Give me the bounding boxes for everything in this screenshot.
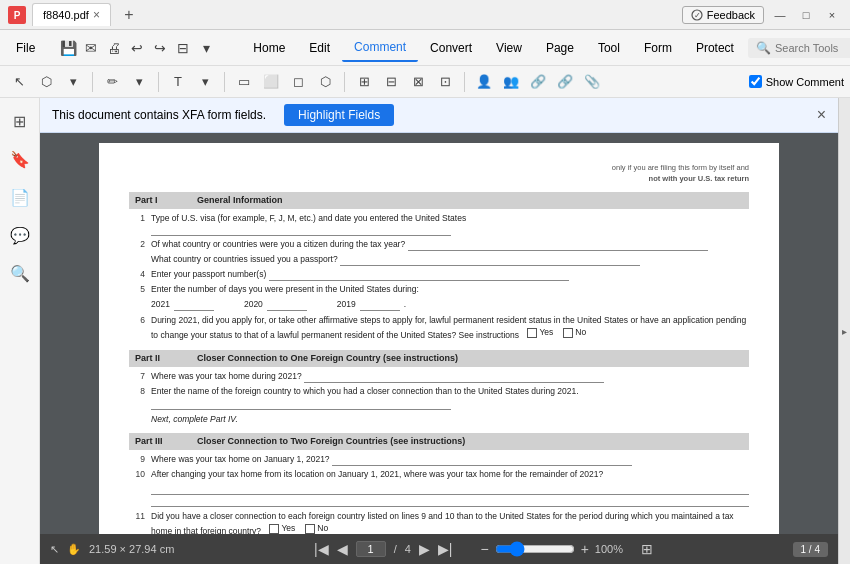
- row-content-5: Enter the number of days you were presen…: [151, 284, 749, 296]
- zoom-in-button[interactable]: +: [581, 541, 589, 557]
- feedback-button[interactable]: ✓ Feedback: [682, 6, 764, 24]
- text-tool[interactable]: T: [165, 69, 191, 95]
- row-content-1: Type of U.S. visa (for example, F, J, M,…: [151, 213, 749, 237]
- nav-convert[interactable]: Convert: [418, 35, 484, 61]
- field-9[interactable]: [332, 454, 632, 466]
- row-6-yes[interactable]: Yes: [527, 327, 553, 339]
- link-tool[interactable]: 🔗: [552, 69, 578, 95]
- save-icon[interactable]: 💾: [57, 37, 79, 59]
- nav-form[interactable]: Form: [632, 35, 684, 61]
- banner-close-icon[interactable]: ×: [817, 106, 826, 124]
- row-num-4: 4: [129, 269, 145, 281]
- undo-icon[interactable]: ↩: [126, 37, 148, 59]
- checkbox-yes-6[interactable]: [527, 328, 537, 338]
- year-field-2021[interactable]: [174, 299, 214, 311]
- nav-home[interactable]: Home: [241, 35, 297, 61]
- sidebar-comment-icon[interactable]: 💬: [5, 220, 35, 250]
- part2-label: Part II: [135, 352, 185, 365]
- highlight-fields-button[interactable]: Highlight Fields: [284, 104, 394, 126]
- search-box[interactable]: 🔍: [748, 38, 850, 58]
- field-10[interactable]: [151, 483, 749, 495]
- pdf-area[interactable]: only if you are filing this form by itse…: [40, 133, 838, 534]
- sidebar-home-icon[interactable]: ⊞: [5, 106, 35, 136]
- stamp-tool[interactable]: ⬡: [33, 69, 59, 95]
- field-7[interactable]: [304, 371, 604, 383]
- current-tab[interactable]: f8840.pdf ×: [32, 3, 111, 26]
- row-8: 8 Enter the name of the foreign country …: [129, 386, 749, 410]
- nav-comment[interactable]: Comment: [342, 34, 418, 62]
- attach-tool[interactable]: 📎: [579, 69, 605, 95]
- file-menu[interactable]: File: [6, 37, 45, 59]
- dropdown-icon[interactable]: ▾: [195, 37, 217, 59]
- new-tab-button[interactable]: +: [117, 4, 141, 26]
- person-tool[interactable]: 👤: [471, 69, 497, 95]
- text-dropdown[interactable]: ▾: [192, 69, 218, 95]
- sidebar-page-icon[interactable]: 📄: [5, 182, 35, 212]
- last-page-button[interactable]: ▶|: [438, 541, 453, 557]
- restore-button[interactable]: □: [796, 5, 816, 25]
- close-button[interactable]: ×: [822, 5, 842, 25]
- show-comment-checkbox[interactable]: [749, 75, 762, 88]
- shape-tool[interactable]: ◻: [285, 69, 311, 95]
- measure3-tool[interactable]: ⊠: [405, 69, 431, 95]
- measure2-tool[interactable]: ⊟: [378, 69, 404, 95]
- checkbox-no-11[interactable]: [305, 524, 315, 534]
- nav-tool[interactable]: Tool: [586, 35, 632, 61]
- minimize-button[interactable]: —: [770, 5, 790, 25]
- row-11-yes[interactable]: Yes: [269, 523, 295, 534]
- redo-icon[interactable]: ↪: [149, 37, 171, 59]
- tool-group-5: ⊞ ⊟ ⊠ ⊡: [351, 69, 458, 95]
- right-panel-handle[interactable]: ▸: [838, 98, 850, 564]
- pencil-tool[interactable]: ✏: [99, 69, 125, 95]
- nav-protect[interactable]: Protect: [684, 35, 746, 61]
- field-1[interactable]: [151, 224, 451, 236]
- row-content-2: Of what country or countries were you a …: [151, 239, 749, 251]
- sidebar-search-icon[interactable]: 🔍: [5, 258, 35, 288]
- person3-tool[interactable]: 🔗: [525, 69, 551, 95]
- field-4[interactable]: [269, 269, 569, 281]
- close-tab-icon[interactable]: ×: [93, 8, 100, 22]
- nav-page[interactable]: Page: [534, 35, 586, 61]
- page-input[interactable]: [356, 541, 386, 557]
- box-tool[interactable]: ▭: [231, 69, 257, 95]
- field-3[interactable]: [340, 254, 640, 266]
- first-page-button[interactable]: |◀: [314, 541, 329, 557]
- year-field-2019[interactable]: [360, 299, 400, 311]
- field-2[interactable]: [408, 239, 708, 251]
- page-badge-area: 1 / 4: [793, 542, 828, 557]
- zoom-out-button[interactable]: −: [480, 541, 488, 557]
- next-page-button[interactable]: ▶: [419, 541, 430, 557]
- stamp-dropdown[interactable]: ▾: [60, 69, 86, 95]
- feedback-label: Feedback: [707, 9, 755, 21]
- field-10b[interactable]: [151, 495, 749, 507]
- print2-icon[interactable]: ⊟: [172, 37, 194, 59]
- measure-tool[interactable]: ⊞: [351, 69, 377, 95]
- row-11-no[interactable]: No: [305, 523, 328, 534]
- tool-group-4: ▭ ⬜ ◻ ⬡: [231, 69, 338, 95]
- checkbox-yes-11[interactable]: [269, 524, 279, 534]
- cursor-icon: ↖: [50, 543, 59, 556]
- sidebar-bookmark-icon[interactable]: 🔖: [5, 144, 35, 174]
- row-num-10: 10: [129, 469, 145, 481]
- row-6-no[interactable]: No: [563, 327, 586, 339]
- checkbox-no-6[interactable]: [563, 328, 573, 338]
- year-field-2020[interactable]: [267, 299, 307, 311]
- row-6-yesno: Yes No: [527, 327, 586, 339]
- shape2-tool[interactable]: ⬡: [312, 69, 338, 95]
- person2-tool[interactable]: 👥: [498, 69, 524, 95]
- email-icon[interactable]: ✉: [80, 37, 102, 59]
- cloud-tool[interactable]: ⬜: [258, 69, 284, 95]
- fit-page-button[interactable]: ⊞: [641, 541, 653, 557]
- select-tool[interactable]: ↖: [6, 69, 32, 95]
- print-icon[interactable]: 🖨: [103, 37, 125, 59]
- search-input[interactable]: [775, 42, 850, 54]
- nav-edit[interactable]: Edit: [297, 35, 342, 61]
- pen-dropdown[interactable]: ▾: [126, 69, 152, 95]
- measure4-tool[interactable]: ⊡: [432, 69, 458, 95]
- prev-page-button[interactable]: ◀: [337, 541, 348, 557]
- zoom-slider[interactable]: [495, 541, 575, 557]
- row-6: 6 During 2021, did you apply for, or tak…: [129, 315, 749, 342]
- nav-view[interactable]: View: [484, 35, 534, 61]
- field-8[interactable]: [151, 398, 451, 410]
- row-num-2: 2: [129, 239, 145, 251]
